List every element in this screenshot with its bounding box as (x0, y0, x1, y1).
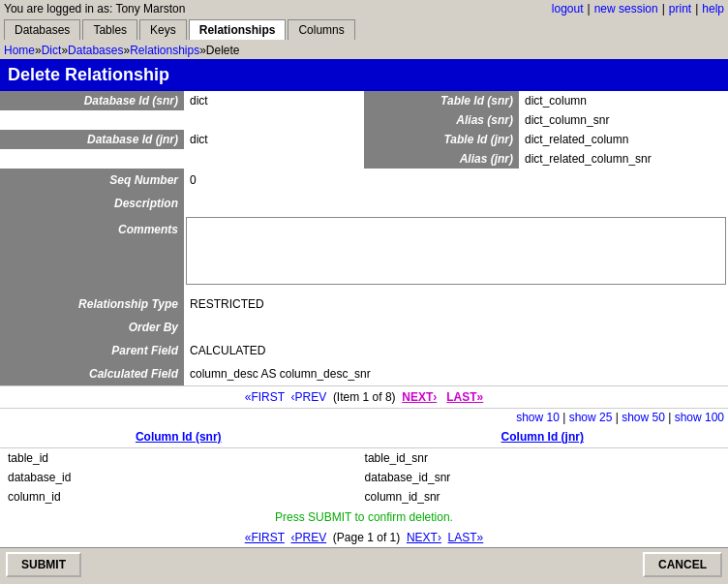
database-id-jnr-label: Database Id (jnr) (0, 130, 184, 149)
form-row-seq: Seq Number 0 (0, 169, 728, 192)
form-row-2: Database Id (jnr) dict Table Id (jnr) di… (0, 130, 728, 149)
snr-cell: database_id (0, 468, 357, 487)
jnr-cell: database_id_snr (357, 468, 728, 487)
top-bar: You are logged in as: Tony Marston logou… (0, 0, 728, 17)
last-link[interactable]: LAST» (446, 390, 483, 404)
show-50-link[interactable]: show 50 (622, 411, 665, 424)
col2-header[interactable]: Column Id (jnr) (357, 426, 728, 448)
top-links: logout | new session | print | help (552, 2, 724, 15)
bottom-prev-link[interactable]: ‹PREV (291, 531, 327, 544)
prev-link[interactable]: ‹PREV (291, 390, 327, 404)
comments-label: Comments (0, 215, 184, 292)
logout-link[interactable]: logout (552, 2, 584, 15)
next-link[interactable]: NEXT› (402, 390, 437, 404)
tab-databases[interactable]: Databases (4, 19, 80, 40)
database-id-snr-value: dict (184, 91, 364, 110)
description-label: Description (0, 192, 184, 215)
nav-tabs: Databases Tables Keys Relationships Colu… (0, 17, 728, 42)
calculated-field-value: column_desc AS column_desc_snr (184, 362, 728, 385)
breadcrumb-current: Delete (206, 44, 240, 57)
parent-field-value: CALCULATED (184, 339, 728, 362)
tab-tables[interactable]: Tables (82, 19, 137, 40)
form-area: Database Id (snr) dict Table Id (snr) di… (0, 91, 728, 547)
seq-number-label: Seq Number (0, 169, 184, 192)
col-left-2b (0, 149, 364, 169)
col-right-2b: Alias (jnr) dict_related_column_snr (364, 149, 728, 169)
form-row-order-by: Order By (0, 316, 728, 339)
logged-in-text: You are logged in as: Tony Marston (4, 2, 185, 15)
snr-cell: column_id (0, 487, 357, 507)
submit-button[interactable]: SUBMIT (6, 552, 81, 577)
form-row-parent-field: Parent Field CALCULATED (0, 339, 728, 362)
show-10-link[interactable]: show 10 (516, 411, 560, 424)
form-row-description: Description (0, 192, 728, 215)
bottom-first-link[interactable]: «FIRST (245, 531, 285, 544)
help-link[interactable]: help (702, 2, 724, 15)
tab-relationships[interactable]: Relationships (189, 19, 287, 40)
tab-columns[interactable]: Columns (288, 19, 354, 40)
table-id-jnr-label: Table Id (jnr) (364, 130, 519, 149)
table-row: column_idcolumn_id_snr (0, 487, 728, 507)
seq-number-value: 0 (184, 169, 728, 192)
comments-value (184, 215, 728, 292)
col-left-1b (0, 110, 364, 130)
bottom-next-link[interactable]: NEXT› (407, 531, 441, 544)
tab-keys[interactable]: Keys (139, 19, 187, 40)
table-id-snr-value: dict_column (519, 91, 728, 110)
table-row: database_iddatabase_id_snr (0, 468, 728, 487)
alias-snr-value: dict_column_snr (519, 110, 728, 130)
empty-label-2 (0, 149, 184, 169)
item-info: (Item 1 of 8) (333, 390, 396, 404)
form-row-calculated-field: Calculated Field column_desc AS column_d… (0, 362, 728, 385)
bottom-last-link[interactable]: LAST» (448, 531, 484, 544)
cancel-button[interactable]: CANCEL (643, 552, 722, 577)
col-left-1: Database Id (snr) dict (0, 91, 364, 110)
relationship-type-value: RESTRICTED (184, 292, 728, 316)
description-value (184, 192, 728, 215)
col-right-2: Table Id (jnr) dict_related_column (364, 130, 728, 149)
show-100-link[interactable]: show 100 (675, 411, 724, 424)
empty-label-1 (0, 110, 184, 130)
col1-header[interactable]: Column Id (snr) (0, 426, 357, 448)
jnr-cell: column_id_snr (357, 487, 728, 507)
form-row-1: Database Id (snr) dict Table Id (snr) di… (0, 91, 728, 110)
show-25-link[interactable]: show 25 (569, 411, 613, 424)
table-id-jnr-value: dict_related_column (519, 130, 728, 149)
table-id-snr-label: Table Id (snr) (364, 91, 519, 110)
first-link[interactable]: «FIRST (245, 390, 285, 404)
button-row: SUBMIT CANCEL (0, 547, 728, 581)
breadcrumb: Home»Dict»Databases»Relationships»Delete (0, 42, 728, 59)
order-by-label: Order By (0, 316, 184, 339)
empty-value-2 (184, 149, 364, 169)
form-row-relationship-type: Relationship Type RESTRICTED (0, 292, 728, 316)
snr-cell: table_id (0, 448, 357, 469)
breadcrumb-dict[interactable]: Dict (42, 44, 62, 57)
order-by-value (184, 316, 728, 339)
show-row: show 10 | show 25 | show 50 | show 100 (0, 408, 728, 426)
relationship-type-label: Relationship Type (0, 292, 184, 316)
empty-value-1 (184, 110, 364, 130)
columns-table: Column Id (snr) Column Id (jnr) table_id… (0, 426, 728, 507)
bottom-pagination: «FIRST ‹PREV (Page 1 of 1) NEXT› LAST» (0, 528, 728, 547)
col-left-2: Database Id (jnr) dict (0, 130, 364, 149)
breadcrumb-databases[interactable]: Databases (68, 44, 123, 57)
new-session-link[interactable]: new session (594, 2, 658, 15)
alias-snr-label: Alias (snr) (364, 110, 519, 130)
jnr-cell: table_id_snr (357, 448, 728, 469)
database-id-snr-label: Database Id (snr) (0, 91, 184, 110)
form-row-2b: Alias (jnr) dict_related_column_snr (0, 149, 728, 169)
alias-jnr-value: dict_related_column_snr (519, 149, 728, 169)
page-title: Delete Relationship (0, 59, 728, 91)
print-link[interactable]: print (669, 2, 691, 15)
col-right-1: Table Id (snr) dict_column (364, 91, 728, 110)
database-id-jnr-value: dict (184, 130, 364, 149)
comments-textarea[interactable] (186, 217, 726, 285)
calculated-field-label: Calculated Field (0, 362, 184, 385)
confirm-message: Press SUBMIT to confirm deletion. (0, 507, 728, 528)
breadcrumb-relationships[interactable]: Relationships (130, 44, 199, 57)
breadcrumb-home[interactable]: Home (4, 44, 35, 57)
form-row-1b: Alias (snr) dict_column_snr (0, 110, 728, 130)
col-right-1b: Alias (snr) dict_column_snr (364, 110, 728, 130)
alias-jnr-label: Alias (jnr) (364, 149, 519, 169)
pagination-row: «FIRST ‹PREV (Item 1 of 8) NEXT› LAST» (0, 385, 728, 408)
